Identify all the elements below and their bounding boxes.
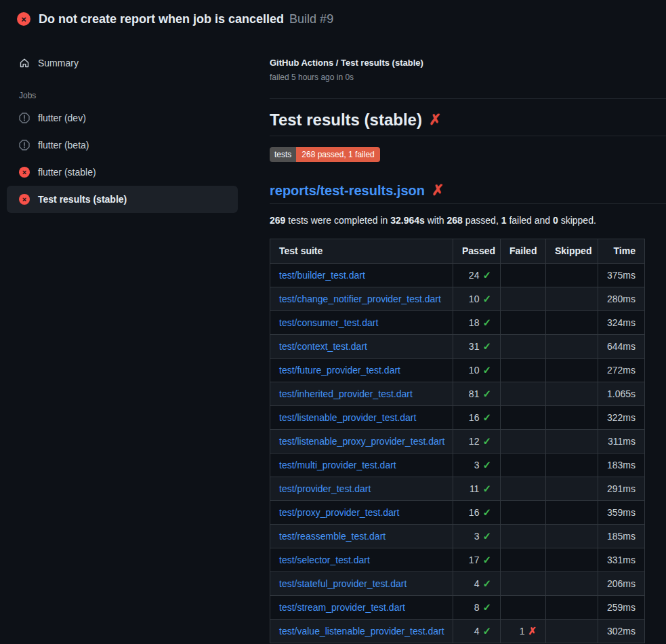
test-suite-link[interactable]: test/consumer_test.dart (279, 317, 378, 328)
test-suite-link[interactable]: test/context_test.dart (279, 341, 367, 352)
test-suite-cell: test/listenable_proxy_provider_test.dart (270, 430, 453, 454)
check-icon: ✓ (482, 530, 491, 542)
test-suite-link[interactable]: test/stream_provider_test.dart (279, 602, 405, 613)
time-cell: 311ms (598, 430, 645, 454)
test-suite-link[interactable]: test/provider_test.dart (279, 483, 371, 494)
failed-status-icon: × (19, 194, 30, 205)
sidebar: Summary Jobs flutter (dev) flutter (beta… (0, 41, 264, 213)
time-cell: 324ms (598, 311, 645, 335)
time-cell: 302ms (598, 620, 645, 643)
test-suite-cell: test/future_provider_test.dart (270, 359, 453, 382)
failed-cell (501, 572, 546, 596)
sidebar-item-flutter-dev[interactable]: flutter (dev) (7, 104, 238, 132)
summary-text: with (425, 215, 447, 226)
failed-cell (501, 287, 546, 311)
test-suite-link[interactable]: test/builder_test.dart (279, 270, 365, 281)
test-suite-cell: test/stream_provider_test.dart (270, 596, 453, 620)
skipped-cell (546, 382, 598, 406)
failed-cell (501, 382, 546, 406)
check-icon: ✓ (482, 459, 491, 470)
test-suite-link[interactable]: test/future_provider_test.dart (279, 365, 400, 376)
workflow-run-title: Do not create report when job is cancell… (39, 12, 284, 26)
test-suite-link[interactable]: test/listenable_proxy_provider_test.dart (279, 436, 444, 447)
passed-cell: 81✓ (453, 382, 501, 406)
passed-cell: 31✓ (453, 335, 501, 359)
report-heading: reports/test-results.json ✗ (270, 182, 666, 204)
passed-cell: 8✓ (453, 596, 501, 620)
build-number: Build #9 (289, 12, 333, 26)
check-icon: ✓ (482, 506, 491, 518)
table-row: test/listenable_provider_test.dart16✓322… (270, 406, 645, 430)
failed-cell (501, 596, 546, 620)
test-suite-cell: test/reassemble_test.dart (270, 525, 453, 548)
failed-cell: 1✗ (501, 620, 546, 643)
cancelled-icon (19, 113, 30, 123)
check-icon: ✓ (482, 435, 491, 447)
total-count: 269 (270, 215, 285, 226)
table-header-row: Test suite Passed Failed Skipped Time (270, 239, 645, 264)
table-row: test/inherited_provider_test.dart81✓1.06… (270, 382, 645, 406)
test-suite-link[interactable]: test/listenable_provider_test.dart (279, 412, 416, 423)
check-icon: ✓ (482, 340, 491, 352)
report-link[interactable]: reports/test-results.json (270, 182, 425, 199)
sidebar-item-summary[interactable]: Summary (0, 53, 264, 73)
count-value: 4 (474, 626, 480, 637)
time-cell: 206ms (598, 572, 645, 596)
test-suite-link[interactable]: test/change_notifier_provider_test.dart (279, 294, 441, 304)
skipped-cell (546, 596, 598, 620)
count-value: 10 (469, 294, 480, 304)
time-cell: 359ms (598, 501, 645, 525)
count-value: 16 (469, 412, 480, 423)
table-row: test/multi_provider_test.dart3✓183ms (270, 454, 645, 477)
passed-cell: 3✓ (453, 525, 501, 548)
count-value: 18 (469, 317, 480, 328)
skipped-cell (546, 572, 598, 596)
skipped-cell (546, 359, 598, 382)
table-row: test/future_provider_test.dart10✓272ms (270, 359, 645, 382)
sidebar-item-test-results-stable[interactable]: × Test results (stable) (7, 186, 238, 213)
run-status-line: failed 5 hours ago in 0s (270, 73, 666, 82)
test-suite-link[interactable]: test/proxy_provider_test.dart (279, 507, 399, 518)
time-cell: 331ms (598, 548, 645, 572)
table-row: test/reassemble_test.dart3✓185ms (270, 525, 645, 548)
test-suite-link[interactable]: test/selector_test.dart (279, 555, 370, 565)
test-suite-cell: test/consumer_test.dart (270, 311, 453, 335)
results-table-body: test/builder_test.dart24✓375mstest/chang… (270, 264, 645, 643)
check-icon: ✓ (482, 601, 491, 613)
test-suite-link[interactable]: test/stateful_provider_test.dart (279, 578, 407, 589)
check-icon: ✓ (482, 269, 491, 281)
check-icon: ✓ (482, 317, 491, 328)
passed-cell: 4✓ (453, 572, 501, 596)
count-value: 10 (469, 365, 480, 376)
test-suite-link[interactable]: test/multi_provider_test.dart (279, 460, 396, 470)
skipped-cell (546, 454, 598, 477)
time-cell: 322ms (598, 406, 645, 430)
test-results-table: Test suite Passed Failed Skipped Time te… (270, 239, 645, 643)
time-cell: 185ms (598, 525, 645, 548)
sidebar-item-label: Summary (38, 58, 79, 68)
test-suite-link[interactable]: test/value_listenable_provider_test.dart (279, 626, 444, 637)
skipped-cell (546, 477, 598, 501)
test-suite-cell: test/listenable_provider_test.dart (270, 406, 453, 430)
column-header-test-suite: Test suite (270, 239, 453, 264)
failed-x-icon: ✗ (429, 113, 441, 127)
table-row: test/stateful_provider_test.dart4✓206ms (270, 572, 645, 596)
sidebar-item-label: flutter (dev) (38, 113, 86, 123)
time-cell: 291ms (598, 477, 645, 501)
test-suite-cell: test/builder_test.dart (270, 264, 453, 287)
sidebar-item-flutter-stable[interactable]: × flutter (stable) (7, 159, 238, 186)
test-suite-link[interactable]: test/inherited_provider_test.dart (279, 388, 413, 399)
badge-label: tests (270, 147, 296, 162)
passed-cell: 24✓ (453, 264, 501, 287)
count-value: 1 (520, 626, 525, 637)
test-suite-link[interactable]: test/reassemble_test.dart (279, 531, 386, 542)
passed-cell: 3✓ (453, 454, 501, 477)
check-icon: ✓ (482, 578, 491, 589)
test-suite-cell: test/stateful_provider_test.dart (270, 572, 453, 596)
skipped-count: 0 (553, 215, 558, 226)
sidebar-item-label: Test results (stable) (38, 194, 127, 205)
failed-cell (501, 501, 546, 525)
test-suite-cell: test/selector_test.dart (270, 548, 453, 572)
count-value: 3 (474, 460, 480, 470)
sidebar-item-flutter-beta[interactable]: flutter (beta) (7, 132, 238, 159)
